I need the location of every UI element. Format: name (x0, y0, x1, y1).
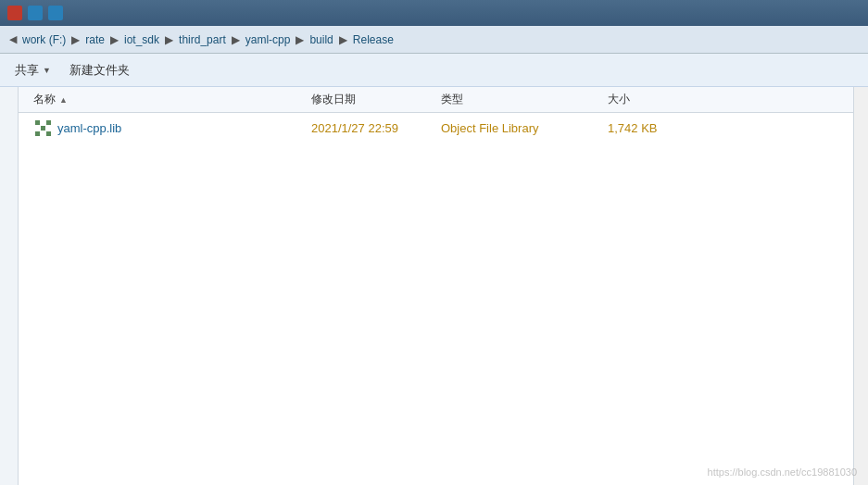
file-name-cell: yaml-cpp.lib (26, 120, 304, 135)
nav-back-icon[interactable]: ◀ (9, 33, 17, 45)
breadcrumb-iot_sdk[interactable]: iot_sdk (124, 33, 159, 46)
sep-5: ▶ (296, 33, 304, 46)
breadcrumb-build[interactable]: build (309, 33, 333, 46)
title-icon-blue (28, 6, 43, 20)
sep-2: ▶ (110, 33, 119, 46)
title-bar-icons (7, 6, 63, 20)
file-list: yaml-cpp.lib 2021/1/27 22:59 Object File… (19, 113, 853, 485)
breadcrumb-work[interactable]: work (F:) (22, 33, 66, 46)
watermark: https://blog.csdn.net/cc19881030 (708, 466, 857, 478)
column-headers: 名称 ▲ 修改日期 类型 大小 (19, 87, 853, 113)
sort-arrow-name: ▲ (59, 95, 68, 105)
file-size: 1,742 KB (600, 121, 711, 135)
sep-1: ▶ (71, 33, 80, 46)
breadcrumb-third_part[interactable]: third_part (179, 33, 226, 46)
sep-6: ▶ (339, 33, 347, 46)
new-folder-label: 新建文件夹 (69, 62, 130, 79)
col-type[interactable]: 类型 (434, 87, 600, 112)
breadcrumb-rate[interactable]: rate (85, 33, 105, 46)
title-icon-blue2 (48, 6, 63, 20)
sep-3: ▶ (165, 33, 173, 46)
address-bar: ◀ work (F:) ▶ rate ▶ iot_sdk ▶ third_par… (0, 26, 868, 54)
right-scrollbar[interactable] (853, 87, 868, 485)
lib-icon-grid (35, 120, 51, 136)
file-date: 2021/1/27 22:59 (304, 121, 434, 135)
col-modified[interactable]: 修改日期 (304, 87, 434, 112)
toolbar: 共享 ▼ 新建文件夹 (0, 54, 868, 87)
share-label: 共享 (15, 62, 39, 79)
file-area: 名称 ▲ 修改日期 类型 大小 (19, 87, 853, 485)
share-arrow-icon: ▼ (43, 66, 51, 75)
breadcrumb-yaml-cpp[interactable]: yaml-cpp (245, 33, 291, 46)
file-type: Object File Library (434, 121, 600, 135)
col-name[interactable]: 名称 ▲ (26, 87, 304, 112)
title-icon-red (7, 6, 22, 20)
new-folder-button[interactable]: 新建文件夹 (62, 58, 137, 82)
col-size[interactable]: 大小 (600, 87, 711, 112)
title-bar (0, 0, 868, 26)
sep-4: ▶ (232, 33, 240, 46)
breadcrumb-release[interactable]: Release (353, 33, 394, 46)
nav-sidebar (0, 87, 19, 485)
share-button[interactable]: 共享 ▼ (7, 58, 58, 82)
lib-file-icon (33, 120, 52, 135)
table-row[interactable]: yaml-cpp.lib 2021/1/27 22:59 Object File… (19, 113, 853, 143)
main-content: 名称 ▲ 修改日期 类型 大小 (0, 87, 868, 485)
file-name: yaml-cpp.lib (57, 121, 121, 135)
